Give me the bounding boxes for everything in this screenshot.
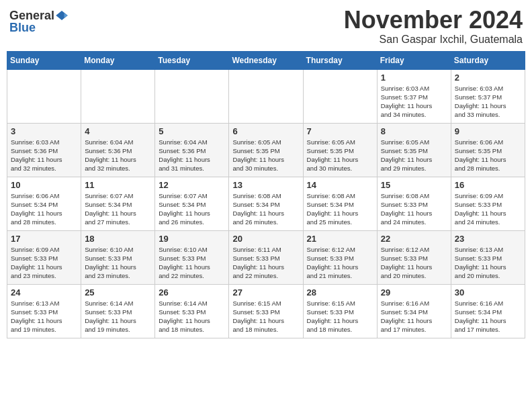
day-number: 13 [232,180,299,190]
calendar-cell: 30Sunrise: 6:16 AM Sunset: 5:34 PM Dayli… [451,284,525,338]
calendar-cell: 2Sunrise: 6:03 AM Sunset: 5:37 PM Daylig… [451,69,525,123]
day-number: 8 [381,126,447,136]
day-number: 24 [11,287,77,298]
day-info: Sunrise: 6:10 AM Sunset: 5:33 PM Dayligh… [159,245,225,281]
page-header: General Blue November 2024 San Gaspar Ix… [7,7,525,46]
day-info: Sunrise: 6:03 AM Sunset: 5:37 PM Dayligh… [455,84,521,120]
calendar-cell: 8Sunrise: 6:05 AM Sunset: 5:35 PM Daylig… [377,123,451,177]
day-number: 28 [307,287,373,298]
calendar-cell [7,69,81,123]
calendar-cell [81,69,155,123]
calendar-cell: 13Sunrise: 6:08 AM Sunset: 5:34 PM Dayli… [229,177,303,230]
day-info: Sunrise: 6:04 AM Sunset: 5:36 PM Dayligh… [159,138,225,173]
day-number: 14 [307,180,373,190]
day-number: 6 [232,126,299,136]
calendar-cell: 17Sunrise: 6:09 AM Sunset: 5:33 PM Dayli… [7,230,81,284]
weekday-header-sunday: Sunday [7,51,81,69]
day-number: 9 [455,126,521,136]
day-number: 17 [11,234,77,244]
day-number: 19 [159,234,225,244]
day-info: Sunrise: 6:05 AM Sunset: 5:35 PM Dayligh… [307,138,373,173]
calendar-cell: 7Sunrise: 6:05 AM Sunset: 5:35 PM Daylig… [303,123,377,177]
day-number: 22 [381,234,447,244]
calendar-cell: 22Sunrise: 6:12 AM Sunset: 5:33 PM Dayli… [377,230,451,284]
day-number: 15 [381,180,447,190]
weekday-header-wednesday: Wednesday [229,51,303,69]
day-info: Sunrise: 6:14 AM Sunset: 5:33 PM Dayligh… [85,299,151,334]
calendar-cell: 25Sunrise: 6:14 AM Sunset: 5:33 PM Dayli… [81,284,155,338]
day-info: Sunrise: 6:07 AM Sunset: 5:34 PM Dayligh… [159,191,225,227]
day-info: Sunrise: 6:03 AM Sunset: 5:36 PM Dayligh… [11,138,77,173]
calendar-cell: 11Sunrise: 6:07 AM Sunset: 5:34 PM Dayli… [81,177,155,230]
week-row-2: 3Sunrise: 6:03 AM Sunset: 5:36 PM Daylig… [7,123,525,177]
calendar-cell: 29Sunrise: 6:16 AM Sunset: 5:34 PM Dayli… [377,284,451,338]
day-number: 11 [85,180,151,190]
calendar-cell: 27Sunrise: 6:15 AM Sunset: 5:33 PM Dayli… [229,284,303,338]
calendar-cell: 6Sunrise: 6:05 AM Sunset: 5:35 PM Daylig… [229,123,303,177]
calendar-cell: 1Sunrise: 6:03 AM Sunset: 5:37 PM Daylig… [377,69,451,123]
location: San Gaspar Ixchil, Guatemala [344,34,523,46]
day-number: 29 [381,287,447,298]
day-info: Sunrise: 6:13 AM Sunset: 5:33 PM Dayligh… [11,299,77,334]
calendar: SundayMondayTuesdayWednesdayThursdayFrid… [7,51,525,338]
calendar-cell: 28Sunrise: 6:15 AM Sunset: 5:33 PM Dayli… [303,284,377,338]
day-info: Sunrise: 6:16 AM Sunset: 5:34 PM Dayligh… [381,299,447,334]
calendar-cell: 5Sunrise: 6:04 AM Sunset: 5:36 PM Daylig… [155,123,229,177]
title-block: November 2024 San Gaspar Ixchil, Guatema… [344,7,523,46]
calendar-cell: 3Sunrise: 6:03 AM Sunset: 5:36 PM Daylig… [7,123,81,177]
calendar-cell: 24Sunrise: 6:13 AM Sunset: 5:33 PM Dayli… [7,284,81,338]
week-row-4: 17Sunrise: 6:09 AM Sunset: 5:33 PM Dayli… [7,230,525,284]
calendar-cell [229,69,303,123]
day-info: Sunrise: 6:08 AM Sunset: 5:34 PM Dayligh… [307,191,373,227]
calendar-cell [155,69,229,123]
day-info: Sunrise: 6:13 AM Sunset: 5:33 PM Dayligh… [455,245,521,281]
day-info: Sunrise: 6:11 AM Sunset: 5:33 PM Dayligh… [232,245,299,281]
month-title: November 2024 [344,7,523,34]
day-info: Sunrise: 6:07 AM Sunset: 5:34 PM Dayligh… [85,191,151,227]
calendar-cell [303,69,377,123]
calendar-cell: 12Sunrise: 6:07 AM Sunset: 5:34 PM Dayli… [155,177,229,230]
calendar-cell: 21Sunrise: 6:12 AM Sunset: 5:33 PM Dayli… [303,230,377,284]
day-info: Sunrise: 6:15 AM Sunset: 5:33 PM Dayligh… [307,299,373,334]
day-number: 25 [85,287,151,298]
calendar-cell: 15Sunrise: 6:08 AM Sunset: 5:33 PM Dayli… [377,177,451,230]
day-info: Sunrise: 6:09 AM Sunset: 5:33 PM Dayligh… [11,245,77,281]
day-number: 20 [232,234,299,244]
day-number: 3 [11,126,77,136]
day-info: Sunrise: 6:03 AM Sunset: 5:37 PM Dayligh… [381,84,447,120]
day-number: 10 [11,180,77,190]
calendar-cell: 18Sunrise: 6:10 AM Sunset: 5:33 PM Dayli… [81,230,155,284]
day-info: Sunrise: 6:09 AM Sunset: 5:33 PM Dayligh… [455,191,521,227]
weekday-header-saturday: Saturday [451,51,525,69]
calendar-cell: 19Sunrise: 6:10 AM Sunset: 5:33 PM Dayli… [155,230,229,284]
day-info: Sunrise: 6:05 AM Sunset: 5:35 PM Dayligh… [232,138,299,173]
day-info: Sunrise: 6:05 AM Sunset: 5:35 PM Dayligh… [381,138,447,173]
logo-blue: Blue [9,21,36,34]
day-info: Sunrise: 6:08 AM Sunset: 5:34 PM Dayligh… [232,191,299,227]
day-number: 7 [307,126,373,136]
day-number: 30 [455,287,521,298]
week-row-5: 24Sunrise: 6:13 AM Sunset: 5:33 PM Dayli… [7,284,525,338]
calendar-cell: 9Sunrise: 6:06 AM Sunset: 5:35 PM Daylig… [451,123,525,177]
day-number: 16 [455,180,521,190]
calendar-cell: 10Sunrise: 6:06 AM Sunset: 5:34 PM Dayli… [7,177,81,230]
day-info: Sunrise: 6:16 AM Sunset: 5:34 PM Dayligh… [455,299,521,334]
calendar-cell: 26Sunrise: 6:14 AM Sunset: 5:33 PM Dayli… [155,284,229,338]
svg-marker-1 [64,13,68,18]
weekday-header-friday: Friday [377,51,451,69]
day-number: 4 [85,126,151,136]
day-info: Sunrise: 6:06 AM Sunset: 5:35 PM Dayligh… [455,138,521,173]
calendar-cell: 16Sunrise: 6:09 AM Sunset: 5:33 PM Dayli… [451,177,525,230]
logo-icon [56,11,68,20]
day-number: 1 [381,73,447,83]
calendar-cell: 20Sunrise: 6:11 AM Sunset: 5:33 PM Dayli… [229,230,303,284]
calendar-cell: 14Sunrise: 6:08 AM Sunset: 5:34 PM Dayli… [303,177,377,230]
week-row-1: 1Sunrise: 6:03 AM Sunset: 5:37 PM Daylig… [7,69,525,123]
day-number: 2 [455,73,521,83]
day-number: 21 [307,234,373,244]
day-number: 26 [159,287,225,298]
weekday-header-thursday: Thursday [303,51,377,69]
day-info: Sunrise: 6:08 AM Sunset: 5:33 PM Dayligh… [381,191,447,227]
day-number: 18 [85,234,151,244]
day-info: Sunrise: 6:04 AM Sunset: 5:36 PM Dayligh… [85,138,151,173]
